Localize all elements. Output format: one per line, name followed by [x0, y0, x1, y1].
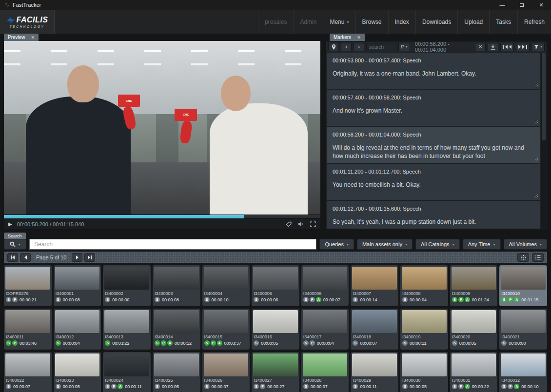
- marker-search-input[interactable]: [366, 43, 396, 51]
- asset-tile[interactable]: I3400002S00:00:00: [103, 265, 151, 306]
- volume-icon[interactable]: [298, 221, 304, 227]
- marker-pin-icon[interactable]: [328, 43, 339, 51]
- asset-tile[interactable]: I3400022S00:00:07: [4, 352, 52, 392]
- filter-any-time[interactable]: Any Time▾: [463, 239, 501, 250]
- filter-all-volumes[interactable]: All Volumes▾: [504, 239, 548, 250]
- marker-text[interactable]: And now it's grown Master.: [333, 107, 534, 115]
- asset-tile[interactable]: GOPR0276SP00:00:21: [4, 265, 52, 306]
- asset-tile[interactable]: I3400001S00:00:08: [54, 265, 101, 306]
- marker-text[interactable]: Originally, it was a one-man band. John …: [333, 70, 534, 78]
- status-badge-s: S: [155, 340, 160, 346]
- resize-grip-icon[interactable]: [534, 193, 538, 197]
- asset-tile[interactable]: I3400023S00:00:05: [54, 352, 101, 392]
- thumbnail-settings-icon[interactable]: [517, 253, 529, 262]
- download-markers-icon[interactable]: [488, 43, 498, 51]
- marker-text[interactable]: So yeah, it's yeah, I was a pump station…: [333, 218, 534, 226]
- resize-grip-icon[interactable]: [534, 82, 538, 86]
- first-marker-icon[interactable]: [500, 43, 514, 51]
- nav-item-refresh[interactable]: Refresh: [517, 10, 551, 34]
- marker-type-dropdown[interactable]: ▾: [398, 43, 410, 51]
- asset-tile[interactable]: I3400014SPA00:00:12: [153, 309, 200, 350]
- marker-item[interactable]: 00:00:58.200 - 00:01:04.000: SpeechWill …: [327, 127, 540, 163]
- asset-tile[interactable]: I3400017SP00:00:04: [301, 309, 349, 350]
- close-icon[interactable]: ✕: [531, 0, 551, 10]
- asset-tile[interactable]: I3400026S00:00:07: [202, 352, 250, 392]
- asset-tile[interactable]: I3400008S00:00:04: [400, 265, 448, 306]
- asset-duration: 00:00:22: [472, 384, 489, 389]
- asset-tile[interactable]: I3400005S00:00:06: [252, 265, 299, 306]
- asset-tile[interactable]: I3400031SPA00:00:22: [450, 352, 498, 392]
- asset-tile[interactable]: I3400016S00:00:05: [252, 309, 299, 350]
- asset-tile[interactable]: I3400019S00:00:11: [400, 309, 448, 350]
- fullscreen-icon[interactable]: [310, 221, 316, 227]
- asset-meta: SPA00:00:22: [452, 384, 496, 389]
- next-marker-button[interactable]: ›: [354, 43, 364, 51]
- resize-grip-icon[interactable]: [534, 119, 538, 123]
- asset-tile[interactable]: I3400021S00:00:00: [499, 309, 547, 350]
- nav-item-upload[interactable]: Upload: [457, 10, 489, 34]
- first-page-button[interactable]: [7, 253, 18, 262]
- asset-tile[interactable]: I3400020S00:00:05: [450, 309, 498, 350]
- asset-tile[interactable]: I3400027SP00:00:27: [252, 352, 299, 392]
- tags-icon[interactable]: [286, 221, 292, 227]
- prev-marker-button[interactable]: ‹: [341, 43, 352, 51]
- asset-tile[interactable]: I3400007S00:00:14: [351, 265, 398, 306]
- resize-grip-icon[interactable]: [534, 156, 538, 160]
- asset-tile[interactable]: I3400012S00:00:04: [54, 309, 101, 350]
- close-icon[interactable]: ✕: [31, 35, 35, 40]
- list-view-icon[interactable]: [532, 253, 544, 262]
- asset-tile[interactable]: I3400009SPA00:01:24: [450, 265, 498, 306]
- filter-markers-dropdown[interactable]: ▾: [531, 43, 545, 51]
- maximize-icon[interactable]: [512, 0, 531, 10]
- search-input[interactable]: [29, 239, 316, 250]
- play-icon[interactable]: ▶: [8, 221, 12, 227]
- asset-tile[interactable]: I3400015SPA00:03:37: [202, 309, 250, 350]
- next-page-button[interactable]: [72, 253, 82, 262]
- search-scope-button[interactable]: ▾: [4, 239, 26, 250]
- marker-text[interactable]: You need to embellish a bit. Okay.: [333, 181, 534, 189]
- last-page-button[interactable]: [84, 253, 95, 262]
- asset-tile[interactable]: I3400032SPA00:00:10: [499, 352, 547, 392]
- asset-tile[interactable]: I3400029S00:00:11: [351, 352, 398, 392]
- tab-markers[interactable]: Markers ✕: [330, 34, 365, 41]
- nav-item-tasks[interactable]: Tasks: [489, 10, 517, 34]
- marker-text[interactable]: Will do a big reveal at the end in terms…: [333, 144, 534, 161]
- marker-item[interactable]: 00:01:11.200 - 00:01:12.700: SpeechYou n…: [327, 164, 540, 200]
- minimize-icon[interactable]: —: [492, 0, 512, 10]
- marker-item[interactable]: 00:00:57.400 - 00:00:58.200: SpeechAnd n…: [327, 90, 540, 126]
- asset-tile[interactable]: I3400003S00:00:08: [153, 265, 200, 306]
- asset-tile[interactable]: I3400030S00:00:05: [400, 352, 448, 392]
- nav-item-index[interactable]: Index: [388, 10, 415, 34]
- tab-preview[interactable]: Preview ✕: [4, 34, 39, 41]
- asset-tile[interactable]: I3400011SP00:03:46: [4, 309, 52, 350]
- filter-all-catalogs[interactable]: All Catalogs▾: [415, 239, 460, 250]
- asset-tile[interactable]: I3400006SPA00:00:07: [301, 265, 349, 306]
- marker-item[interactable]: 00:01:12.700 - 00:01:15.600: SpeechSo ye…: [327, 201, 540, 229]
- nav-item-menu[interactable]: Menu▾: [323, 10, 355, 34]
- asset-tile[interactable]: I3400028S00:00:07: [301, 352, 349, 392]
- asset-tile[interactable]: I3400013S00:03:22: [103, 309, 151, 350]
- asset-tile[interactable]: I3400010SPA00:01:15: [499, 265, 547, 306]
- filter-queries[interactable]: Queries▾: [319, 239, 354, 250]
- asset-tile[interactable]: I3400024SPA00:00:11: [103, 352, 151, 392]
- asset-duration: 00:00:08: [63, 297, 80, 302]
- video-frame[interactable]: CNC CNC: [4, 41, 320, 215]
- asset-id: I3400006: [303, 291, 347, 296]
- status-badge-s: S: [254, 297, 259, 302]
- markers-scrollbar[interactable]: [541, 53, 546, 228]
- asset-tile[interactable]: I3400025S00:00:05: [153, 352, 200, 392]
- last-marker-icon[interactable]: [516, 43, 530, 51]
- tab-search[interactable]: Search: [4, 233, 26, 239]
- seek-bar[interactable]: [4, 215, 320, 218]
- asset-tile[interactable]: I3400004S00:00:10: [202, 265, 250, 306]
- asset-tile[interactable]: I3400018S00:00:07: [351, 309, 398, 350]
- close-icon[interactable]: ✕: [357, 35, 361, 40]
- asset-duration: 00:00:05: [63, 384, 80, 389]
- clear-markers-icon[interactable]: ✕: [475, 43, 486, 51]
- nav-item-browse[interactable]: Browse: [355, 10, 388, 34]
- prev-page-button[interactable]: [20, 253, 31, 262]
- asset-thumbnail: [55, 267, 100, 290]
- marker-item[interactable]: 00:00:53.800 - 00:00:57.400: SpeechOrigi…: [327, 53, 540, 89]
- nav-item-downloads[interactable]: Downloads: [415, 10, 457, 34]
- filter-main-assets-only[interactable]: Main assets only▾: [357, 239, 413, 250]
